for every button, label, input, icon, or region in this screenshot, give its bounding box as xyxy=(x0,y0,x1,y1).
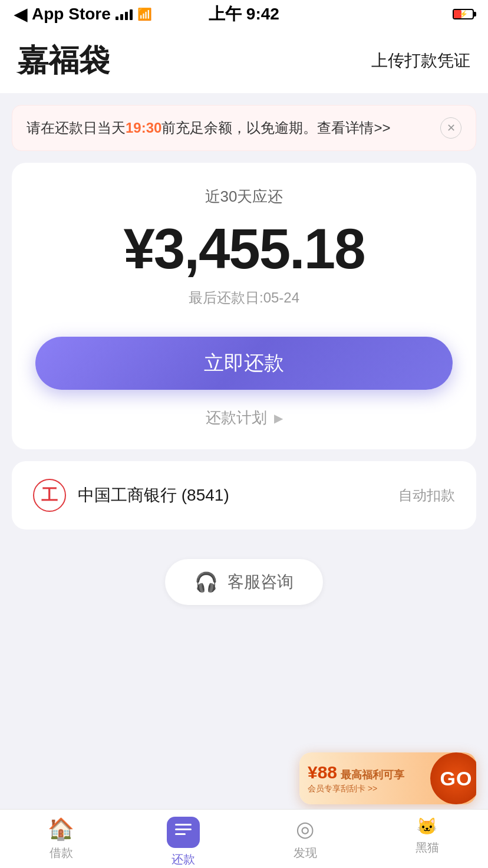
battery-charging-icon: ⚡ xyxy=(459,10,468,18)
promo-sub: 会员专享刮刮卡 >> xyxy=(308,784,422,794)
headset-icon: 🎧 xyxy=(194,571,218,593)
repay-now-button[interactable]: 立即还款 xyxy=(35,337,453,390)
signal-bar-2 xyxy=(120,14,123,20)
auto-deduct-label: 自动扣款 xyxy=(398,486,455,505)
nav-item-discover[interactable]: ◎ 发现 xyxy=(244,817,366,861)
card-due-date: 最后还款日:05-24 xyxy=(35,288,453,307)
status-time: 上午 9:42 xyxy=(209,3,279,25)
signal-bar-1 xyxy=(116,17,118,20)
bottom-navigation: 🏠 借款 还款 ◎ 发现 🐱 黑猫 xyxy=(0,809,488,868)
app-header: 嘉福袋 上传打款凭证 xyxy=(0,28,488,93)
customer-service-button[interactable]: 🎧 客服咨询 xyxy=(165,559,323,605)
nav-item-borrow[interactable]: 🏠 借款 xyxy=(0,817,122,861)
main-payment-card: 近30天应还 ¥3,455.18 最后还款日:05-24 立即还款 还款计划 ▶ xyxy=(12,163,476,449)
battery-icon: ⚡ xyxy=(453,9,474,19)
bank-info: 工 中国工商银行 (8541) xyxy=(33,479,229,512)
repay-plan-arrow-icon: ▶ xyxy=(274,411,283,425)
promo-banner[interactable]: ¥88 最高福利可享 会员专享刮刮卡 >> GO xyxy=(299,752,476,804)
service-section: 🎧 客服咨询 xyxy=(0,559,488,605)
notice-text-suffix: 前充足余额，以免逾期。查看详情>> xyxy=(161,120,390,136)
status-left: ◀ App Store 📶 xyxy=(14,5,152,24)
bank-name-label: 中国工商银行 (8541) xyxy=(78,484,229,507)
status-bar: ◀ App Store 📶 上午 9:42 ⚡ xyxy=(0,0,488,28)
app-title: 嘉福袋 xyxy=(18,40,110,81)
notice-close-button[interactable]: ✕ xyxy=(440,117,461,139)
nav-item-blackcat[interactable]: 🐱 黑猫 xyxy=(366,817,488,856)
promo-go-label: GO xyxy=(440,767,473,790)
repay-plan-label: 还款计划 xyxy=(206,407,267,428)
card-amount: ¥3,455.18 xyxy=(35,216,453,281)
signal-bars xyxy=(116,8,133,20)
wifi-icon: 📶 xyxy=(137,7,152,21)
notice-banner: 请在还款日当天19:30前充足余额，以免逾期。查看详情>> ✕ xyxy=(12,105,476,151)
status-right: ⚡ xyxy=(453,9,474,19)
nav-label-borrow: 借款 xyxy=(50,845,73,861)
nav-label-repay: 还款 xyxy=(172,851,195,867)
promo-amount-row: ¥88 最高福利可享 xyxy=(308,762,422,782)
svg-rect-2 xyxy=(175,833,186,835)
nav-label-blackcat: 黑猫 xyxy=(416,840,439,856)
carrier-label: App Store xyxy=(32,5,111,24)
nav-label-discover: 发现 xyxy=(294,845,317,861)
home-icon: 🏠 xyxy=(48,817,74,841)
blackcat-icon: 🐱 xyxy=(417,817,437,836)
bank-card[interactable]: 工 中国工商银行 (8541) 自动扣款 xyxy=(12,461,476,530)
signal-bar-3 xyxy=(125,12,128,20)
svg-rect-1 xyxy=(175,828,192,830)
svg-rect-0 xyxy=(175,824,192,826)
notice-time: 19:30 xyxy=(126,120,161,136)
promo-go-button[interactable]: GO xyxy=(430,752,476,804)
repay-icon xyxy=(167,817,200,848)
notice-text-prefix: 请在还款日当天 xyxy=(27,120,126,136)
promo-tagline: 最高福利可享 xyxy=(341,768,404,782)
discover-icon: ◎ xyxy=(296,817,314,841)
notice-content: 请在还款日当天19:30前充足余额，以免逾期。查看详情>> xyxy=(27,119,390,137)
bank-logo-icon: 工 xyxy=(33,479,66,512)
promo-content: ¥88 最高福利可享 会员专享刮刮卡 >> xyxy=(299,757,430,800)
card-subtitle: 近30天应还 xyxy=(35,186,453,207)
promo-amount: ¥88 xyxy=(308,762,337,782)
service-label: 客服咨询 xyxy=(227,571,294,593)
signal-bar-4 xyxy=(130,9,133,20)
nav-item-repay[interactable]: 还款 xyxy=(122,817,244,867)
upload-button[interactable]: 上传打款凭证 xyxy=(371,50,470,72)
repay-plan-link[interactable]: 还款计划 ▶ xyxy=(35,407,453,428)
back-arrow: ◀ xyxy=(14,5,27,24)
